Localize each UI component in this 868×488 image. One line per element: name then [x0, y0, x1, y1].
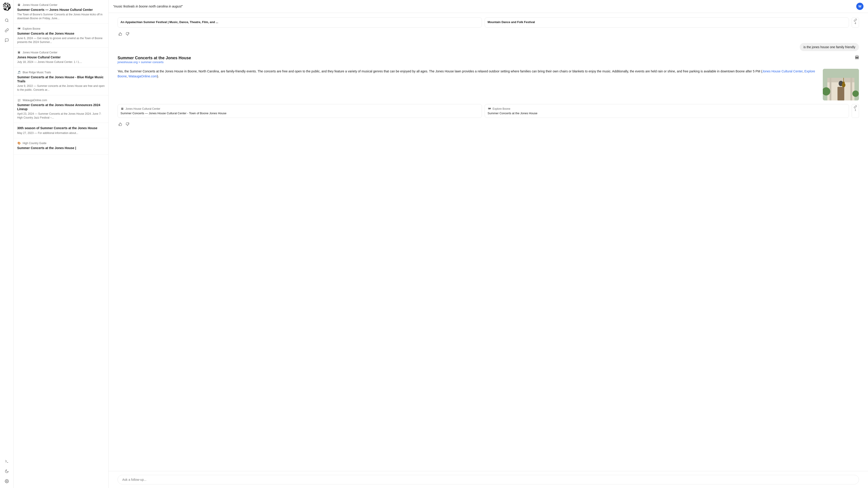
source-count-top: 4	[855, 22, 856, 25]
sidebar-favicon-1: 🗺	[17, 27, 21, 31]
svg-point-12	[842, 82, 845, 84]
sidebar-item-4[interactable]: 📰 WataugaOnline.com Summer Concerts at t…	[13, 95, 108, 123]
sidebar-item-0[interactable]: 🏛 Jones House Cultural Center Summer Con…	[13, 0, 108, 24]
citation-favicon-1: 🗺	[488, 107, 491, 111]
feedback-row-bottom	[118, 121, 859, 128]
svg-rect-9	[837, 87, 844, 101]
sidebar-item-6[interactable]: 🎨 High Country Guide Summer Concerts at …	[13, 138, 108, 154]
citation-favicon-0: 🏛	[121, 107, 124, 111]
sidebar-source-4: WataugaOnline.com	[23, 98, 47, 102]
citation-link-1[interactable]: Jones House Cultural Center	[762, 69, 803, 73]
sidebar-title-0: Summer Concerts — Jones House Cultural C…	[17, 8, 105, 12]
sidebar-favicon-0: 🏛	[17, 3, 21, 7]
sidebar-title-1: Summer Concerts at the Jones House	[17, 31, 105, 35]
sidebar-favicon-6: 🎨	[17, 141, 21, 145]
user-message: is the jones house one family friendly	[118, 43, 859, 51]
sidebar-snippet-2: July 18, 2024 — Jones House Cultural Cen…	[17, 60, 105, 64]
answer-url[interactable]: joneshouse.org > summer concerts	[118, 60, 191, 64]
answer-title: Summer Concerts at the Jones House	[118, 56, 191, 60]
answer-image	[823, 69, 859, 101]
svg-point-0	[5, 19, 8, 22]
citation-card-1[interactable]: 🗺 Explore Boone Summer Concerts at the J…	[485, 104, 849, 118]
topbar: "music festivals in boone north carolina…	[108, 0, 868, 13]
sidebar-favicon-2: 🏛	[17, 51, 21, 54]
citation-card-header-0: 🏛 Jones House Cultural Center	[121, 107, 479, 111]
sidebar-snippet-1: June 6, 2024 — Get ready to groove and u…	[17, 36, 105, 44]
sidebar-snippet-0: The Town of Boone's Summer Concerts at t…	[17, 13, 105, 20]
user-bubble: is the jones house one family friendly	[800, 43, 859, 51]
main-content: "music festivals in boone north carolina…	[108, 0, 868, 488]
citation-card-header-1: 🗺 Explore Boone	[488, 107, 846, 111]
sidebar-snippet-4: April 23, 2024 — Summer Concerts at the …	[17, 112, 105, 120]
source-count-badge-top[interactable]: 4	[852, 18, 859, 28]
citation-title-0: Summer Concerts — Jones House Cultural C…	[121, 112, 479, 115]
citation-link-3[interactable]: WataugaOnline.com	[128, 75, 157, 78]
citation-count-badge[interactable]: 1	[852, 104, 859, 118]
avatar[interactable]: W	[856, 3, 864, 10]
citation-count: 1	[855, 108, 856, 112]
sidebar-title-3: Summer Concerts at the Jones House - Blu…	[17, 75, 105, 83]
top-source-cards: An Appalachian Summer Festival | Music, …	[118, 18, 859, 28]
thumbs-down-button-bottom[interactable]	[125, 121, 130, 128]
sidebar-source-0: Jones House Cultural Center	[23, 3, 57, 6]
settings-nav-button[interactable]	[3, 477, 11, 485]
svg-rect-8	[850, 78, 852, 101]
citation-source-1: Explore Boone	[493, 107, 510, 110]
citation-row: 🏛 Jones House Cultural Center Summer Con…	[118, 104, 859, 118]
link-nav-button[interactable]	[3, 26, 11, 34]
left-nav	[0, 0, 13, 488]
chat-nav-button[interactable]	[3, 36, 11, 44]
sidebar-source-1: Explore Boone	[23, 27, 40, 30]
answer-header: Summer Concerts at the Jones House jones…	[118, 56, 859, 67]
sidebar-source-2: Jones House Cultural Center	[23, 51, 57, 54]
terminal-nav-button[interactable]	[3, 457, 11, 465]
sidebar-item-3[interactable]: 🎵 Blue Ridge Music Trails Summer Concert…	[13, 67, 108, 95]
sidebar-item-1[interactable]: 🗺 Explore Boone Summer Concerts at the J…	[13, 24, 108, 48]
source-card-title-1: Mountain Dance and Folk Festival	[488, 20, 846, 24]
moon-nav-button[interactable]	[3, 467, 11, 475]
citation-title-1: Summer Concerts at the Jones House	[488, 112, 846, 115]
thumbs-up-button-top[interactable]	[118, 31, 123, 37]
search-nav-button[interactable]	[3, 16, 11, 24]
sidebar-source-6: High Country Guide	[23, 142, 46, 145]
svg-line-1	[7, 21, 8, 22]
thumbs-up-button-bottom[interactable]	[118, 121, 123, 128]
thumbs-down-button-top[interactable]	[125, 31, 130, 37]
sidebar-title-2: Jones House Cultural Center	[17, 55, 105, 59]
source-card-0[interactable]: An Appalachian Summer Festival | Music, …	[118, 18, 482, 28]
sidebar-snippet-3: June 9, 2022 — Summer concerts at the Jo…	[17, 84, 105, 92]
svg-point-3	[6, 481, 7, 482]
citation-card-0[interactable]: 🏛 Jones House Cultural Center Summer Con…	[118, 104, 482, 118]
chat-area: An Appalachian Summer Festival | Music, …	[108, 13, 868, 471]
follow-up-input[interactable]	[118, 475, 859, 484]
answer-header-left: Summer Concerts at the Jones House jones…	[118, 56, 191, 67]
sidebar-favicon-4: 📰	[17, 98, 21, 102]
sidebar-title-6: Summer Concerts at the Jones House |	[17, 146, 105, 150]
feedback-row-top	[118, 31, 859, 37]
answer-body: Yes, the Summer Concerts at the Jones Ho…	[118, 69, 859, 101]
svg-point-15	[852, 90, 859, 97]
sidebar-snippet-5: May 27, 2023 — For additional informatio…	[17, 131, 105, 135]
svg-rect-7	[830, 78, 831, 101]
search-query: "music festivals in boone north carolina…	[113, 4, 183, 8]
sidebar-favicon-3: 🎵	[17, 70, 21, 74]
input-bar	[108, 471, 868, 488]
source-card-1[interactable]: Mountain Dance and Folk Festival	[485, 18, 849, 28]
answer-section: Summer Concerts at the Jones House jones…	[118, 56, 859, 128]
sidebar-item-5[interactable]: 30th season of Summer Concerts at the Jo…	[13, 123, 108, 138]
sidebar-title-4: Summer Concerts at the Jones House Annou…	[17, 103, 105, 111]
app-logo	[3, 3, 11, 11]
sidebar-item-2[interactable]: 🏛 Jones House Cultural Center Jones Hous…	[13, 48, 108, 67]
citation-link-2[interactable]: Explore Boone	[118, 69, 815, 78]
sidebar-title-5: 30th season of Summer Concerts at the Jo…	[17, 126, 105, 130]
source-card-title-0: An Appalachian Summer Festival | Music, …	[121, 20, 479, 24]
sidebar: 🏛 Jones House Cultural Center Summer Con…	[13, 0, 108, 488]
answer-source-favicon: 🏛	[855, 56, 859, 59]
answer-text: Yes, the Summer Concerts at the Jones Ho…	[118, 69, 818, 79]
citation-source-0: Jones House Cultural Center	[125, 107, 160, 110]
sidebar-source-3: Blue Ridge Music Trails	[23, 71, 51, 74]
